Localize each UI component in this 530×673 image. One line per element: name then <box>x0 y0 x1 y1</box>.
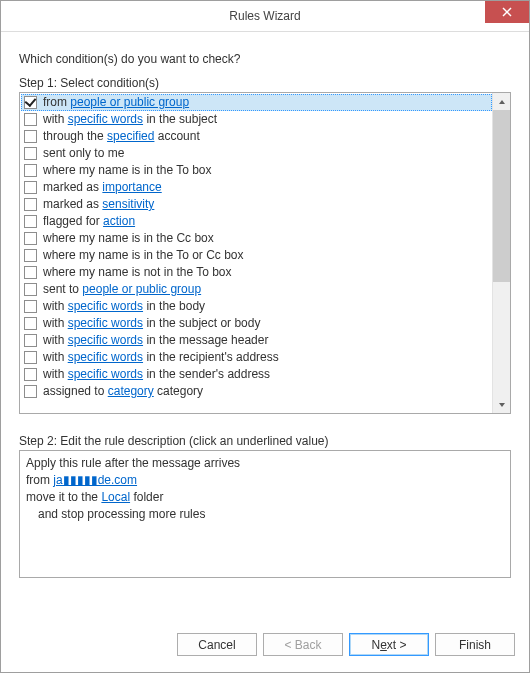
condition-row[interactable]: with specific words in the message heade… <box>21 332 492 349</box>
svg-marker-3 <box>499 403 505 407</box>
condition-label: where my name is in the To box <box>43 162 212 179</box>
condition-row[interactable]: through the specified account <box>21 128 492 145</box>
condition-label: flagged for action <box>43 213 135 230</box>
close-icon <box>502 7 512 17</box>
step2-section: Step 2: Edit the rule description (click… <box>19 432 511 578</box>
condition-checkbox[interactable] <box>24 164 37 177</box>
condition-checkbox[interactable] <box>24 96 37 109</box>
condition-label: from people or public group <box>43 94 189 111</box>
condition-link[interactable]: sensitivity <box>102 197 154 211</box>
condition-label: where my name is in the Cc box <box>43 230 214 247</box>
condition-row[interactable]: flagged for action <box>21 213 492 230</box>
desc-folder-link[interactable]: Local <box>101 490 130 504</box>
condition-checkbox[interactable] <box>24 283 37 296</box>
condition-label: assigned to category category <box>43 383 203 400</box>
desc-line-2: from ja▮▮▮▮▮de.com <box>26 472 504 489</box>
condition-link[interactable]: specific words <box>68 350 143 364</box>
condition-link[interactable]: people or public group <box>70 95 189 109</box>
rule-description-box[interactable]: Apply this rule after the message arrive… <box>19 450 511 578</box>
condition-checkbox[interactable] <box>24 368 37 381</box>
condition-label: through the specified account <box>43 128 200 145</box>
condition-label: marked as importance <box>43 179 162 196</box>
condition-link[interactable]: category <box>108 384 154 398</box>
desc-line-1: Apply this rule after the message arrive… <box>26 455 504 472</box>
condition-label: marked as sensitivity <box>43 196 154 213</box>
condition-checkbox[interactable] <box>24 130 37 143</box>
condition-label: where my name is not in the To box <box>43 264 232 281</box>
condition-row[interactable]: with specific words in the body <box>21 298 492 315</box>
close-button[interactable] <box>485 1 529 23</box>
wizard-content: Which condition(s) do you want to check?… <box>1 32 529 615</box>
condition-row[interactable]: sent to people or public group <box>21 281 492 298</box>
condition-checkbox[interactable] <box>24 113 37 126</box>
condition-link[interactable]: action <box>103 214 135 228</box>
condition-checkbox[interactable] <box>24 300 37 313</box>
titlebar: Rules Wizard <box>1 1 529 32</box>
condition-label: with specific words in the recipient's a… <box>43 349 279 366</box>
condition-link[interactable]: specified <box>107 129 154 143</box>
desc-line-4: and stop processing more rules <box>26 506 504 523</box>
window-title: Rules Wizard <box>229 9 300 23</box>
scroll-up-button[interactable] <box>493 93 510 110</box>
condition-row[interactable]: with specific words in the sender's addr… <box>21 366 492 383</box>
desc-from-link[interactable]: ja▮▮▮▮▮de.com <box>53 473 137 487</box>
condition-checkbox[interactable] <box>24 147 37 160</box>
conditions-panel: from people or public groupwith specific… <box>19 92 511 414</box>
next-button[interactable]: Next > <box>349 633 429 656</box>
condition-label: with specific words in the body <box>43 298 205 315</box>
rules-wizard-window: Rules Wizard Which condition(s) do you w… <box>0 0 530 673</box>
button-row: Cancel < Back Next > Finish <box>1 615 529 672</box>
svg-marker-2 <box>499 100 505 104</box>
step2-label: Step 2: Edit the rule description (click… <box>19 434 511 448</box>
condition-row[interactable]: with specific words in the subject or bo… <box>21 315 492 332</box>
condition-checkbox[interactable] <box>24 232 37 245</box>
finish-button[interactable]: Finish <box>435 633 515 656</box>
prompt-text: Which condition(s) do you want to check? <box>19 52 511 66</box>
condition-link[interactable]: people or public group <box>82 282 201 296</box>
condition-row[interactable]: sent only to me <box>21 145 492 162</box>
condition-checkbox[interactable] <box>24 266 37 279</box>
cancel-button[interactable]: Cancel <box>177 633 257 656</box>
conditions-list[interactable]: from people or public groupwith specific… <box>20 93 492 413</box>
scroll-track[interactable] <box>493 110 510 396</box>
back-button[interactable]: < Back <box>263 633 343 656</box>
condition-checkbox[interactable] <box>24 385 37 398</box>
condition-row[interactable]: marked as sensitivity <box>21 196 492 213</box>
condition-link[interactable]: specific words <box>68 367 143 381</box>
step1-label: Step 1: Select condition(s) <box>19 76 511 90</box>
condition-link[interactable]: specific words <box>68 316 143 330</box>
condition-link[interactable]: specific words <box>68 299 143 313</box>
condition-label: sent to people or public group <box>43 281 201 298</box>
condition-label: with specific words in the subject or bo… <box>43 315 260 332</box>
condition-checkbox[interactable] <box>24 181 37 194</box>
condition-link[interactable]: specific words <box>68 112 143 126</box>
condition-label: with specific words in the sender's addr… <box>43 366 270 383</box>
condition-row[interactable]: with specific words in the recipient's a… <box>21 349 492 366</box>
condition-checkbox[interactable] <box>24 198 37 211</box>
condition-row[interactable]: where my name is not in the To box <box>21 264 492 281</box>
condition-checkbox[interactable] <box>24 334 37 347</box>
condition-link[interactable]: specific words <box>68 333 143 347</box>
chevron-up-icon <box>498 98 506 106</box>
condition-row[interactable]: assigned to category category <box>21 383 492 400</box>
condition-row[interactable]: marked as importance <box>21 179 492 196</box>
condition-label: where my name is in the To or Cc box <box>43 247 244 264</box>
condition-row[interactable]: from people or public group <box>21 94 492 111</box>
condition-link[interactable]: importance <box>102 180 161 194</box>
condition-row[interactable]: where my name is in the Cc box <box>21 230 492 247</box>
condition-row[interactable]: where my name is in the To box <box>21 162 492 179</box>
scroll-thumb[interactable] <box>493 110 510 282</box>
chevron-down-icon <box>498 401 506 409</box>
scrollbar[interactable] <box>492 93 510 413</box>
condition-checkbox[interactable] <box>24 215 37 228</box>
condition-row[interactable]: where my name is in the To or Cc box <box>21 247 492 264</box>
condition-label: with specific words in the subject <box>43 111 217 128</box>
condition-label: with specific words in the message heade… <box>43 332 268 349</box>
desc-line-3: move it to the Local folder <box>26 489 504 506</box>
condition-row[interactable]: with specific words in the subject <box>21 111 492 128</box>
condition-checkbox[interactable] <box>24 249 37 262</box>
condition-checkbox[interactable] <box>24 351 37 364</box>
condition-label: sent only to me <box>43 145 124 162</box>
scroll-down-button[interactable] <box>493 396 510 413</box>
condition-checkbox[interactable] <box>24 317 37 330</box>
